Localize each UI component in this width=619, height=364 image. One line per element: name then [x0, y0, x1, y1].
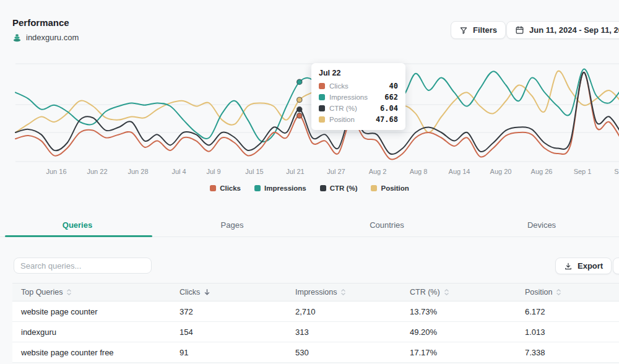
column-label: Top Queries: [21, 288, 63, 297]
x-tick: Aug 8: [410, 168, 428, 175]
column-label: Position: [525, 288, 552, 297]
metric-cell: 313: [294, 327, 409, 337]
sort-desc-icon: [204, 288, 210, 296]
metric-cell: 154: [178, 327, 294, 337]
site-name: indexguru.com: [26, 33, 79, 42]
tooltip-row: Position 47.68: [319, 115, 398, 124]
legend-swatch: [320, 185, 326, 191]
x-axis-ticks: Jun 16Jun 22Jun 28Jul 4Jul 9Jul 15Jul 21…: [0, 168, 619, 176]
legend-item-clicks[interactable]: Clicks: [210, 184, 241, 192]
tab-queries[interactable]: Queries: [0, 213, 155, 236]
sort-toggle-icon: [556, 288, 561, 296]
column-header-clicks[interactable]: Clicks: [178, 288, 294, 297]
queries-table: Top Queries Clicks Impressions CTR (%) P…: [12, 283, 619, 363]
tooltip-date: Jul 22: [319, 69, 398, 77]
column-label: CTR (%): [410, 288, 440, 297]
column-header-ctr-[interactable]: CTR (%): [409, 288, 524, 297]
date-range-button[interactable]: Jun 11, 2024 - Sep 11, 2024: [506, 21, 619, 39]
x-tick: Jun 28: [128, 168, 148, 175]
column-header-impressions[interactable]: Impressions: [294, 288, 409, 297]
query-cell: indexguru: [12, 327, 178, 337]
x-tick: Jul 15: [245, 168, 263, 175]
legend-label: Clicks: [220, 184, 241, 192]
legend-swatch: [371, 185, 377, 191]
tooltip-series-value: 47.68: [376, 115, 398, 124]
table-row[interactable]: website page counter3722,71013.73%6.172: [12, 301, 619, 322]
report-tabs: Queries Pages Countries Devices: [0, 213, 619, 237]
legend-item-ctr-[interactable]: CTR (%): [320, 184, 358, 192]
export-label: Export: [578, 261, 603, 271]
clipped-button[interactable]: [613, 258, 619, 274]
table-row[interactable]: indexguru15431349.20%1.013: [12, 322, 619, 342]
tooltip-series-value: 662: [384, 93, 398, 102]
series-swatch: [319, 105, 325, 111]
x-tick: Sep 1: [574, 168, 592, 175]
date-range-label: Jun 11, 2024 - Sep 11, 2024: [529, 25, 619, 35]
page-title: Performance: [12, 17, 69, 28]
tooltip-series-label: CTR (%): [329, 105, 357, 112]
x-tick: Aug 2: [369, 168, 387, 175]
tab-devices[interactable]: Devices: [464, 213, 619, 236]
tooltip-series-value: 6.04: [380, 104, 398, 113]
legend-item-impressions[interactable]: Impressions: [254, 184, 306, 192]
chart-legend: Clicks Impressions CTR (%) Position: [0, 184, 619, 192]
tooltip-series-value: 40: [389, 82, 398, 90]
tooltip-series-label: Clicks: [329, 82, 348, 90]
legend-label: Impressions: [264, 184, 306, 192]
column-header-top-queries[interactable]: Top Queries: [12, 288, 178, 297]
series-swatch: [319, 94, 325, 100]
legend-item-position[interactable]: Position: [371, 184, 409, 192]
metric-cell: 1.013: [524, 327, 619, 337]
series-swatch: [319, 83, 325, 89]
metric-cell: 17.17%: [409, 348, 524, 357]
metric-cell: 7.338: [524, 348, 619, 357]
x-tick: Jun 22: [87, 168, 107, 175]
column-label: Impressions: [295, 288, 337, 297]
highlight-dot: [297, 79, 302, 84]
table-header-row: Top Queries Clicks Impressions CTR (%) P…: [12, 283, 619, 301]
series-swatch: [319, 116, 325, 123]
metric-cell: 372: [178, 307, 294, 316]
x-tick: Aug 20: [490, 168, 512, 175]
filter-funnel-icon: [459, 26, 468, 35]
x-tick: Jul 21: [286, 168, 304, 175]
highlight-dot: [297, 113, 302, 118]
x-tick: S: [614, 168, 618, 175]
tab-pages[interactable]: Pages: [155, 213, 310, 236]
legend-swatch: [210, 185, 216, 191]
metric-cell: 6.172: [524, 307, 619, 316]
metric-cell: 13.73%: [409, 307, 524, 316]
metric-cell: 2,710: [294, 307, 409, 316]
download-icon: [564, 262, 573, 271]
sort-toggle-icon: [444, 288, 449, 296]
tooltip-row: Clicks 40: [319, 82, 398, 90]
highlight-dot: [297, 97, 302, 102]
highlight-dot: [297, 106, 302, 111]
filters-label: Filters: [473, 25, 497, 35]
metric-cell: 530: [294, 348, 409, 357]
legend-label: CTR (%): [330, 184, 358, 192]
metric-cell: 91: [178, 348, 294, 357]
performance-line-chart[interactable]: [0, 54, 619, 173]
x-tick: Jul 9: [206, 168, 220, 175]
tooltip-series-label: Position: [329, 116, 355, 123]
x-tick: Aug 26: [531, 168, 553, 175]
tooltip-series-label: Impressions: [329, 93, 368, 101]
tooltip-row: CTR (%) 6.04: [319, 104, 398, 113]
tab-countries[interactable]: Countries: [310, 213, 464, 236]
filters-button[interactable]: Filters: [451, 21, 506, 39]
x-tick: Jun 16: [46, 168, 66, 175]
site-logo-icon: [12, 33, 22, 42]
calendar-icon: [515, 25, 524, 35]
site-selector[interactable]: indexguru.com: [12, 33, 79, 42]
export-button[interactable]: Export: [555, 258, 612, 274]
search-queries-input[interactable]: [14, 258, 152, 274]
table-row[interactable]: website page counter free9153017.17%7.33…: [12, 342, 619, 363]
performance-page: { "header": { "title": "Performance", "s…: [0, 0, 619, 364]
query-cell: website page counter free: [12, 348, 178, 357]
x-tick: Jul 27: [327, 168, 345, 175]
column-header-position[interactable]: Position: [524, 288, 619, 297]
legend-label: Position: [381, 184, 409, 192]
chart-tooltip: Jul 22 Clicks 40 Impressions 662 CTR (%)…: [311, 63, 405, 130]
column-label: Clicks: [180, 288, 200, 297]
